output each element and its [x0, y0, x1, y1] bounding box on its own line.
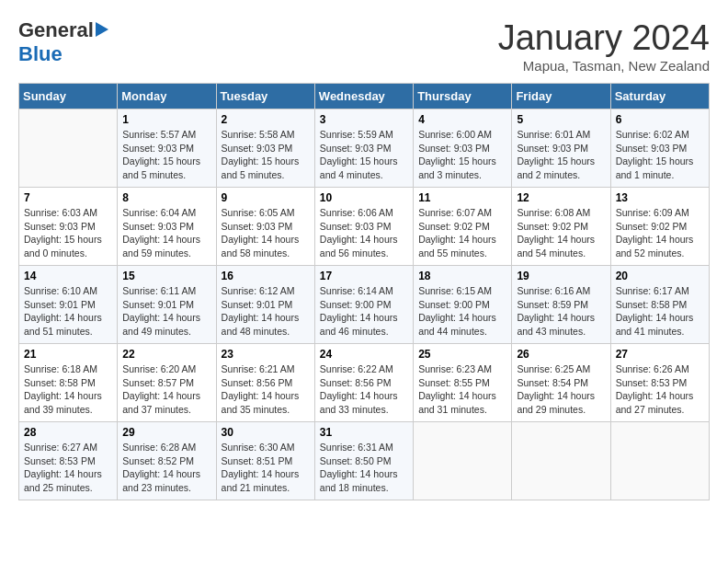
calendar-cell: 27Sunrise: 6:26 AMSunset: 8:53 PMDayligh…	[610, 344, 709, 422]
location: Mapua, Tasman, New Zealand	[498, 58, 710, 74]
day-info: Sunrise: 6:00 AMSunset: 9:03 PMDaylight:…	[418, 129, 496, 180]
logo-blue-text: Blue	[18, 42, 63, 65]
day-info: Sunrise: 6:12 AMSunset: 9:01 PMDaylight:…	[222, 285, 300, 337]
day-number: 28	[24, 426, 112, 439]
day-info: Sunrise: 6:14 AMSunset: 9:00 PMDaylight:…	[320, 285, 398, 337]
day-number: 22	[122, 348, 210, 361]
calendar-cell: 17Sunrise: 6:14 AMSunset: 9:00 PMDayligh…	[314, 266, 413, 344]
calendar-header-row: SundayMondayTuesdayWednesdayThursdayFrid…	[19, 84, 710, 109]
day-number: 17	[320, 270, 408, 282]
page-header: General Blue January 2024 Mapua, Tasman,…	[18, 18, 710, 74]
calendar-cell: 24Sunrise: 6:22 AMSunset: 8:56 PMDayligh…	[314, 344, 413, 422]
day-info: Sunrise: 6:11 AMSunset: 9:01 PMDaylight:…	[122, 285, 200, 337]
day-number: 19	[517, 270, 605, 282]
day-number: 5	[517, 113, 605, 126]
calendar-cell: 16Sunrise: 6:12 AMSunset: 9:01 PMDayligh…	[216, 266, 314, 344]
calendar-cell: 14Sunrise: 6:10 AMSunset: 9:01 PMDayligh…	[19, 266, 118, 344]
calendar-cell: 13Sunrise: 6:09 AMSunset: 9:02 PMDayligh…	[610, 188, 709, 266]
calendar-cell: 15Sunrise: 6:11 AMSunset: 9:01 PMDayligh…	[118, 266, 216, 344]
day-info: Sunrise: 6:04 AMSunset: 9:03 PMDaylight:…	[122, 207, 200, 259]
day-of-week-header: Sunday	[19, 84, 118, 109]
calendar-cell: 11Sunrise: 6:07 AMSunset: 9:02 PMDayligh…	[414, 188, 512, 266]
day-number: 27	[616, 348, 704, 361]
day-number: 15	[122, 270, 210, 282]
day-info: Sunrise: 6:30 AMSunset: 8:51 PMDaylight:…	[222, 442, 300, 493]
day-info: Sunrise: 6:22 AMSunset: 8:56 PMDaylight:…	[320, 363, 398, 415]
day-info: Sunrise: 6:17 AMSunset: 8:58 PMDaylight:…	[616, 285, 694, 337]
calendar-cell: 8Sunrise: 6:04 AMSunset: 9:03 PMDaylight…	[118, 188, 216, 266]
day-info: Sunrise: 6:06 AMSunset: 9:03 PMDaylight:…	[320, 207, 398, 259]
day-info: Sunrise: 6:20 AMSunset: 8:57 PMDaylight:…	[122, 363, 200, 415]
day-number: 26	[517, 348, 605, 361]
day-number: 24	[320, 348, 408, 361]
day-number: 16	[222, 270, 310, 282]
day-of-week-header: Friday	[512, 84, 610, 109]
day-info: Sunrise: 6:05 AMSunset: 9:03 PMDaylight:…	[222, 207, 300, 259]
calendar-cell: 29Sunrise: 6:28 AMSunset: 8:52 PMDayligh…	[118, 422, 216, 500]
calendar-cell: 9Sunrise: 6:05 AMSunset: 9:03 PMDaylight…	[216, 188, 314, 266]
day-of-week-header: Monday	[118, 84, 216, 109]
day-info: Sunrise: 6:31 AMSunset: 8:50 PMDaylight:…	[320, 442, 398, 493]
day-of-week-header: Wednesday	[314, 84, 413, 109]
day-info: Sunrise: 6:21 AMSunset: 8:56 PMDaylight:…	[222, 363, 300, 415]
day-info: Sunrise: 6:07 AMSunset: 9:02 PMDaylight:…	[418, 207, 496, 259]
day-number: 20	[616, 270, 704, 282]
svg-marker-0	[96, 22, 108, 37]
day-info: Sunrise: 6:16 AMSunset: 8:59 PMDaylight:…	[517, 285, 595, 337]
day-info: Sunrise: 6:02 AMSunset: 9:03 PMDaylight:…	[616, 129, 694, 180]
day-number: 2	[222, 113, 310, 126]
day-number: 11	[418, 191, 506, 204]
day-number: 14	[24, 270, 112, 282]
calendar-cell: 10Sunrise: 6:06 AMSunset: 9:03 PMDayligh…	[314, 188, 413, 266]
calendar-cell: 2Sunrise: 5:58 AMSunset: 9:03 PMDaylight…	[216, 109, 314, 188]
calendar-cell: 30Sunrise: 6:30 AMSunset: 8:51 PMDayligh…	[216, 422, 314, 500]
day-info: Sunrise: 6:03 AMSunset: 9:03 PMDaylight:…	[24, 207, 102, 259]
calendar-cell	[414, 422, 512, 500]
day-of-week-header: Thursday	[414, 84, 512, 109]
calendar-week-row: 1Sunrise: 5:57 AMSunset: 9:03 PMDaylight…	[19, 109, 710, 188]
calendar-cell: 25Sunrise: 6:23 AMSunset: 8:55 PMDayligh…	[414, 344, 512, 422]
calendar-cell: 20Sunrise: 6:17 AMSunset: 8:58 PMDayligh…	[610, 266, 709, 344]
day-info: Sunrise: 6:01 AMSunset: 9:03 PMDaylight:…	[517, 129, 595, 180]
calendar-week-row: 14Sunrise: 6:10 AMSunset: 9:01 PMDayligh…	[19, 266, 710, 344]
calendar-table: SundayMondayTuesdayWednesdayThursdayFrid…	[18, 83, 710, 500]
day-number: 6	[616, 113, 704, 126]
day-info: Sunrise: 6:18 AMSunset: 8:58 PMDaylight:…	[24, 363, 102, 415]
logo-arrow-icon	[96, 20, 112, 42]
calendar-cell: 28Sunrise: 6:27 AMSunset: 8:53 PMDayligh…	[19, 422, 118, 500]
day-number: 1	[122, 113, 210, 126]
calendar-cell: 5Sunrise: 6:01 AMSunset: 9:03 PMDaylight…	[512, 109, 610, 188]
day-info: Sunrise: 6:09 AMSunset: 9:02 PMDaylight:…	[616, 207, 694, 259]
calendar-week-row: 7Sunrise: 6:03 AMSunset: 9:03 PMDaylight…	[19, 188, 710, 266]
logo-general-text: General	[18, 18, 94, 42]
day-info: Sunrise: 6:27 AMSunset: 8:53 PMDaylight:…	[24, 442, 102, 493]
calendar-cell: 19Sunrise: 6:16 AMSunset: 8:59 PMDayligh…	[512, 266, 610, 344]
day-info: Sunrise: 6:25 AMSunset: 8:54 PMDaylight:…	[517, 363, 595, 415]
day-number: 30	[222, 426, 310, 439]
calendar-cell: 6Sunrise: 6:02 AMSunset: 9:03 PMDaylight…	[610, 109, 709, 188]
calendar-cell	[19, 109, 118, 188]
day-number: 10	[320, 191, 408, 204]
title-section: January 2024 Mapua, Tasman, New Zealand	[498, 18, 710, 74]
calendar-cell: 3Sunrise: 5:59 AMSunset: 9:03 PMDaylight…	[314, 109, 413, 188]
calendar-cell: 26Sunrise: 6:25 AMSunset: 8:54 PMDayligh…	[512, 344, 610, 422]
calendar-cell: 7Sunrise: 6:03 AMSunset: 9:03 PMDaylight…	[19, 188, 118, 266]
day-info: Sunrise: 6:10 AMSunset: 9:01 PMDaylight:…	[24, 285, 102, 337]
day-number: 8	[122, 191, 210, 204]
calendar-cell: 31Sunrise: 6:31 AMSunset: 8:50 PMDayligh…	[314, 422, 413, 500]
day-info: Sunrise: 6:26 AMSunset: 8:53 PMDaylight:…	[616, 363, 694, 415]
day-number: 12	[517, 191, 605, 204]
calendar-week-row: 21Sunrise: 6:18 AMSunset: 8:58 PMDayligh…	[19, 344, 710, 422]
day-info: Sunrise: 6:23 AMSunset: 8:55 PMDaylight:…	[418, 363, 496, 415]
day-of-week-header: Saturday	[610, 84, 709, 109]
day-number: 4	[418, 113, 506, 126]
calendar-cell: 22Sunrise: 6:20 AMSunset: 8:57 PMDayligh…	[118, 344, 216, 422]
calendar-cell: 12Sunrise: 6:08 AMSunset: 9:02 PMDayligh…	[512, 188, 610, 266]
day-number: 7	[24, 191, 112, 204]
day-number: 29	[122, 426, 210, 439]
day-number: 25	[418, 348, 506, 361]
calendar-cell: 21Sunrise: 6:18 AMSunset: 8:58 PMDayligh…	[19, 344, 118, 422]
day-number: 21	[24, 348, 112, 361]
day-info: Sunrise: 5:59 AMSunset: 9:03 PMDaylight:…	[320, 129, 398, 180]
calendar-cell: 4Sunrise: 6:00 AMSunset: 9:03 PMDaylight…	[414, 109, 512, 188]
